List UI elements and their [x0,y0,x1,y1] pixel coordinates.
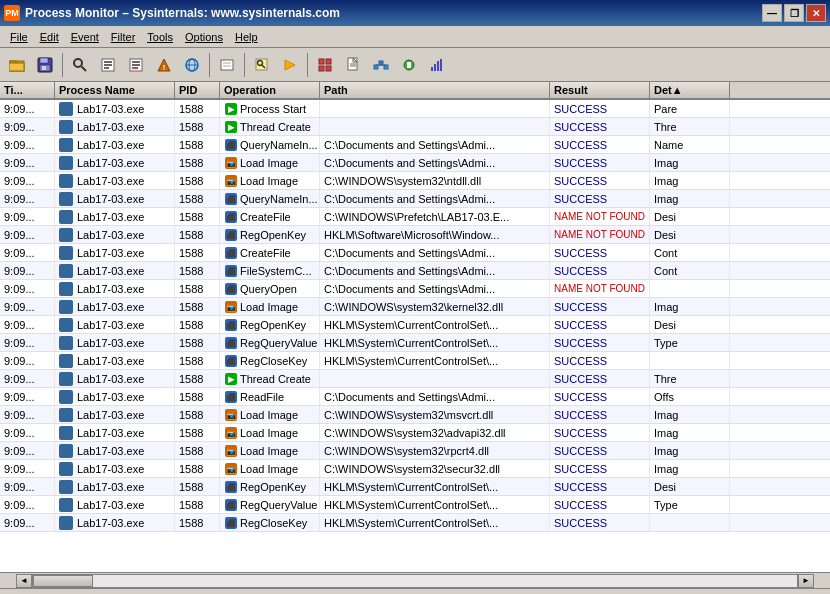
profile-btn[interactable] [424,52,450,78]
col-result[interactable]: Result [550,82,650,98]
table-row[interactable]: 9:09... Lab17-03.exe 1588 ▶ Process Star… [0,100,830,118]
cell-pid: 1588 [175,460,220,477]
registry-btn[interactable] [312,52,338,78]
col-time[interactable]: Ti... [0,82,55,98]
process-btn[interactable] [396,52,422,78]
menu-help[interactable]: Help [229,29,264,45]
table-row[interactable]: 9:09... Lab17-03.exe 1588 ⬛ RegCloseKey … [0,514,830,532]
svg-text:⬛: ⬛ [226,482,236,492]
cell-result: NAME NOT FOUND [550,226,650,243]
table-row[interactable]: 9:09... Lab17-03.exe 1588 ▶ Thread Creat… [0,118,830,136]
table-row[interactable]: 9:09... Lab17-03.exe 1588 ⬛ FileSystemC.… [0,262,830,280]
scroll-right-btn[interactable]: ► [798,574,814,588]
svg-rect-4 [40,58,48,63]
svg-text:⬛: ⬛ [226,320,236,330]
table-scroll[interactable]: 9:09... Lab17-03.exe 1588 ▶ Process Star… [0,100,830,572]
cell-pid: 1588 [175,172,220,189]
table-row[interactable]: 9:09... Lab17-03.exe 1588 ▶ Thread Creat… [0,370,830,388]
table-row[interactable]: 9:09... Lab17-03.exe 1588 📷 Load Image C… [0,442,830,460]
drop-button[interactable]: ! [151,52,177,78]
minimize-button[interactable]: — [762,4,782,22]
open-button[interactable] [4,52,30,78]
cell-result: SUCCESS [550,478,650,495]
orange-operation-icon: 📷 [224,300,238,314]
cell-time: 9:09... [0,118,55,135]
table-row[interactable]: 9:09... Lab17-03.exe 1588 📷 Load Image C… [0,172,830,190]
table-row[interactable]: 9:09... Lab17-03.exe 1588 ⬛ RegQueryValu… [0,334,830,352]
cell-path: C:\Documents and Settings\Admi... [320,136,550,153]
cell-pid: 1588 [175,280,220,297]
table-row[interactable]: 9:09... Lab17-03.exe 1588 ⬛ RegQueryValu… [0,496,830,514]
cell-process: Lab17-03.exe [55,352,175,369]
table-row[interactable]: 9:09... Lab17-03.exe 1588 📷 Load Image C… [0,424,830,442]
cell-process: Lab17-03.exe [55,424,175,441]
find-button[interactable] [67,52,93,78]
cell-result: NAME NOT FOUND [550,280,650,297]
menu-bar: File Edit Event Filter Tools Options Hel… [0,26,830,48]
svg-text:📷: 📷 [227,411,236,420]
svg-text:▶: ▶ [228,105,235,114]
menu-edit[interactable]: Edit [34,29,65,45]
table-row[interactable]: 9:09... Lab17-03.exe 1588 ⬛ RegOpenKey H… [0,226,830,244]
table-row[interactable]: 9:09... Lab17-03.exe 1588 ⬛ RegCloseKey … [0,352,830,370]
network-btn[interactable] [368,52,394,78]
cell-time: 9:09... [0,226,55,243]
clear-button[interactable] [214,52,240,78]
table-row[interactable]: 9:09... Lab17-03.exe 1588 ⬛ RegOpenKey H… [0,316,830,334]
menu-filter[interactable]: Filter [105,29,141,45]
cell-time: 9:09... [0,352,55,369]
edit-button[interactable] [123,52,149,78]
file-btn[interactable] [340,52,366,78]
orange-operation-icon: 📷 [224,156,238,170]
cell-path: C:\Documents and Settings\Admi... [320,388,550,405]
svg-rect-46 [434,64,436,71]
table-row[interactable]: 9:09... Lab17-03.exe 1588 ⬛ CreateFile C… [0,244,830,262]
table-row[interactable]: 9:09... Lab17-03.exe 1588 📷 Load Image C… [0,154,830,172]
blue-operation-icon: ⬛ [224,480,238,494]
col-path[interactable]: Path [320,82,550,98]
cell-time: 9:09... [0,100,55,117]
network-icon-button[interactable] [179,52,205,78]
table-row[interactable]: 9:09... Lab17-03.exe 1588 📷 Load Image C… [0,298,830,316]
restore-button[interactable]: ❐ [784,4,804,22]
cell-pid: 1588 [175,226,220,243]
close-button[interactable]: ✕ [806,4,826,22]
col-pid[interactable]: PID [175,82,220,98]
jump-button[interactable] [277,52,303,78]
scroll-left-btn[interactable]: ◄ [16,574,32,588]
col-detail[interactable]: Det▲ [650,82,730,98]
table-row[interactable]: 9:09... Lab17-03.exe 1588 ⬛ ReadFile C:\… [0,388,830,406]
cell-result: SUCCESS [550,190,650,207]
svg-text:⬛: ⬛ [226,140,236,150]
cell-process: Lab17-03.exe [55,478,175,495]
cell-path: C:\WINDOWS\system32\advapi32.dll [320,424,550,441]
find2-button[interactable] [249,52,275,78]
table-row[interactable]: 9:09... Lab17-03.exe 1588 ⬛ QueryNameIn.… [0,190,830,208]
h-scrollbar-thumb[interactable] [33,575,93,587]
col-operation[interactable]: Operation [220,82,320,98]
table-row[interactable]: 9:09... Lab17-03.exe 1588 📷 Load Image C… [0,406,830,424]
svg-text:⬛: ⬛ [226,392,236,402]
table-row[interactable]: 9:09... Lab17-03.exe 1588 ⬛ CreateFile C… [0,208,830,226]
highlight-button[interactable] [95,52,121,78]
table-row[interactable]: 9:09... Lab17-03.exe 1588 ⬛ QueryOpen C:… [0,280,830,298]
table-row[interactable]: 9:09... Lab17-03.exe 1588 ⬛ RegOpenKey H… [0,478,830,496]
cell-operation: ⬛ QueryNameIn... [220,136,320,153]
menu-file[interactable]: File [4,29,34,45]
table-row[interactable]: 9:09... Lab17-03.exe 1588 📷 Load Image C… [0,460,830,478]
svg-text:📷: 📷 [227,303,236,312]
h-scrollbar[interactable]: ◄ ► [0,572,830,588]
menu-options[interactable]: Options [179,29,229,45]
blue-operation-icon: ⬛ [224,282,238,296]
h-scrollbar-track[interactable] [32,574,798,588]
menu-event[interactable]: Event [65,29,105,45]
table-row[interactable]: 9:09... Lab17-03.exe 1588 ⬛ QueryNameIn.… [0,136,830,154]
save-button[interactable] [32,52,58,78]
cell-detail: Imag [650,460,730,477]
cell-pid: 1588 [175,514,220,531]
cell-detail: Imag [650,442,730,459]
blue-operation-icon: ⬛ [224,246,238,260]
menu-tools[interactable]: Tools [141,29,179,45]
col-process[interactable]: Process Name [55,82,175,98]
cell-time: 9:09... [0,190,55,207]
